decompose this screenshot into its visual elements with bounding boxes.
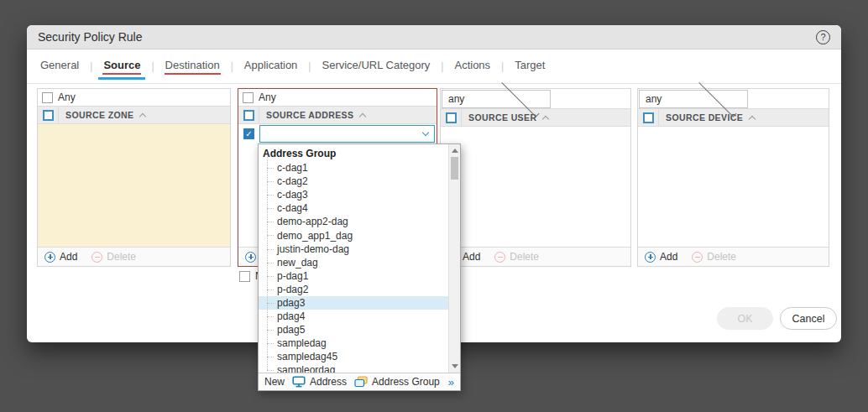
address-group-list: c-dag1c-dag2c-dag3c-dag4demo-app2-dagdem… <box>259 161 448 373</box>
source-user-list[interactable] <box>441 127 630 247</box>
new-address-group-button[interactable]: Address Group <box>372 376 440 388</box>
tab-separator: | <box>441 60 443 72</box>
list-item[interactable]: pdag5 <box>259 323 448 336</box>
source-user-select-all-checkbox[interactable] <box>446 112 457 123</box>
list-item[interactable]: c-dag2 <box>259 175 448 188</box>
delete-icon <box>692 252 703 263</box>
add-icon[interactable] <box>245 252 256 263</box>
delete-icon <box>494 252 505 263</box>
source-zone-column: Any SOURCE ZONE Add Delete <box>37 88 231 267</box>
list-item[interactable]: c-dag3 <box>259 188 448 201</box>
source-zone-delete-button: Delete <box>107 251 136 263</box>
source-address-header-row: SOURCE ADDRESS <box>238 107 437 124</box>
source-address-select-all-checkbox[interactable] <box>243 110 254 121</box>
tab-service-url-category[interactable]: Service/URL Category <box>320 59 431 74</box>
source-zone-any-row: Any <box>38 89 230 107</box>
list-item[interactable]: sampledag <box>259 336 448 350</box>
list-item[interactable]: demo-app2-dag <box>259 215 448 228</box>
source-device-mode-row: any <box>638 89 829 109</box>
source-zone-any-checkbox[interactable] <box>42 92 53 103</box>
sort-asc-icon[interactable] <box>139 112 146 119</box>
source-zone-header[interactable]: SOURCE ZONE <box>65 110 133 120</box>
ok-button: OK <box>717 307 773 330</box>
add-icon[interactable] <box>645 252 656 263</box>
source-device-select-all-checkbox[interactable] <box>643 112 654 123</box>
tab-general[interactable]: General <box>39 59 81 74</box>
list-item[interactable]: c-dag1 <box>259 161 448 175</box>
tab-actions[interactable]: Actions <box>452 59 492 74</box>
source-user-header[interactable]: SOURCE USER <box>468 112 536 123</box>
list-item[interactable]: p-dag2 <box>259 283 448 296</box>
tab-separator: | <box>151 60 154 72</box>
list-item[interactable]: pdag3 <box>259 296 448 310</box>
chevron-down-icon[interactable] <box>422 129 429 136</box>
source-user-column: any SOURCE USER Add Delete <box>440 88 631 267</box>
source-device-mode-select[interactable]: any <box>639 90 748 108</box>
sort-asc-icon[interactable] <box>542 115 549 122</box>
source-user-mode-row: any <box>441 89 630 109</box>
list-item[interactable]: demo_app1_dag <box>259 228 448 242</box>
tab-source[interactable]: Source <box>102 59 142 74</box>
source-address-header[interactable]: SOURCE ADDRESS <box>266 110 353 120</box>
add-icon[interactable] <box>44 252 55 263</box>
dialog-title: Security Policy Rule <box>38 30 816 44</box>
source-user-add-button[interactable]: Add <box>463 251 480 263</box>
dialog-header: Security Policy Rule ? <box>27 25 841 50</box>
source-zone-add-button[interactable]: Add <box>60 251 77 263</box>
tab-destination[interactable]: Destination <box>164 59 222 74</box>
tab-separator: | <box>308 60 311 72</box>
source-device-list[interactable] <box>638 127 829 247</box>
list-item[interactable]: p-dag1 <box>259 269 448 283</box>
source-device-delete-button: Delete <box>707 251 736 263</box>
source-address-any-checkbox[interactable] <box>243 92 254 103</box>
list-item[interactable]: c-dag4 <box>259 201 448 215</box>
source-user-footer: Add Delete <box>441 247 630 266</box>
negate-checkbox[interactable] <box>239 271 250 282</box>
source-device-footer: Add Delete <box>638 247 829 266</box>
list-item[interactable]: pdag4 <box>259 310 448 323</box>
new-address-button[interactable]: Address <box>310 376 347 388</box>
scroll-down-icon[interactable] <box>452 364 458 368</box>
dropdown-scrollbar[interactable] <box>448 144 460 373</box>
source-address-any-row: Any <box>238 89 437 107</box>
help-icon[interactable]: ? <box>816 30 830 44</box>
source-zone-list[interactable] <box>38 124 230 247</box>
address-dropdown-panel: Address Group c-dag1c-dag2c-dag3c-dag4de… <box>258 143 461 391</box>
tab-bar: General|Source|Destination|Application|S… <box>27 59 841 84</box>
source-device-add-button[interactable]: Add <box>660 251 677 263</box>
list-item[interactable]: sampledag45 <box>259 350 448 363</box>
source-zone-select-all-checkbox[interactable] <box>43 110 54 121</box>
address-group-section-label: Address Group <box>259 144 448 161</box>
tab-separator: | <box>501 60 504 72</box>
address-dropdown-list: Address Group c-dag1c-dag2c-dag3c-dag4de… <box>259 144 460 373</box>
delete-icon <box>92 252 102 263</box>
sort-asc-icon[interactable] <box>359 112 366 119</box>
scrollbar-thumb[interactable] <box>451 157 458 180</box>
tab-application[interactable]: Application <box>243 59 300 74</box>
new-label: New <box>264 376 285 388</box>
source-zone-any-label: Any <box>58 91 76 103</box>
source-user-mode-select[interactable]: any <box>442 90 551 108</box>
source-address-row-checkbox[interactable]: ✓ <box>243 128 254 139</box>
tab-separator: | <box>90 60 92 72</box>
sort-asc-icon[interactable] <box>749 115 756 122</box>
address-group-icon[interactable] <box>354 376 368 388</box>
source-address-combobox[interactable] <box>259 125 435 143</box>
source-zone-header-row: SOURCE ZONE <box>38 107 230 124</box>
more-options-icon[interactable]: » <box>448 376 454 389</box>
source-address-any-label: Any <box>259 91 276 103</box>
dropdown-footer: New Address Address Group » <box>259 373 460 390</box>
list-item[interactable]: new_dag <box>259 256 448 269</box>
source-user-delete-button: Delete <box>510 251 539 263</box>
tab-target[interactable]: Target <box>513 59 546 74</box>
tab-separator: | <box>231 60 233 72</box>
list-item[interactable]: justin-demo-dag <box>259 243 448 256</box>
scroll-up-icon[interactable] <box>452 149 458 153</box>
source-zone-footer: Add Delete <box>38 247 230 266</box>
source-address-new-row: ✓ <box>238 124 437 143</box>
source-device-column: any SOURCE DEVICE Add Delete <box>637 88 829 267</box>
cancel-button[interactable]: Cancel <box>780 307 837 330</box>
address-icon[interactable] <box>292 376 306 388</box>
list-item[interactable]: sampleordag <box>259 363 448 373</box>
